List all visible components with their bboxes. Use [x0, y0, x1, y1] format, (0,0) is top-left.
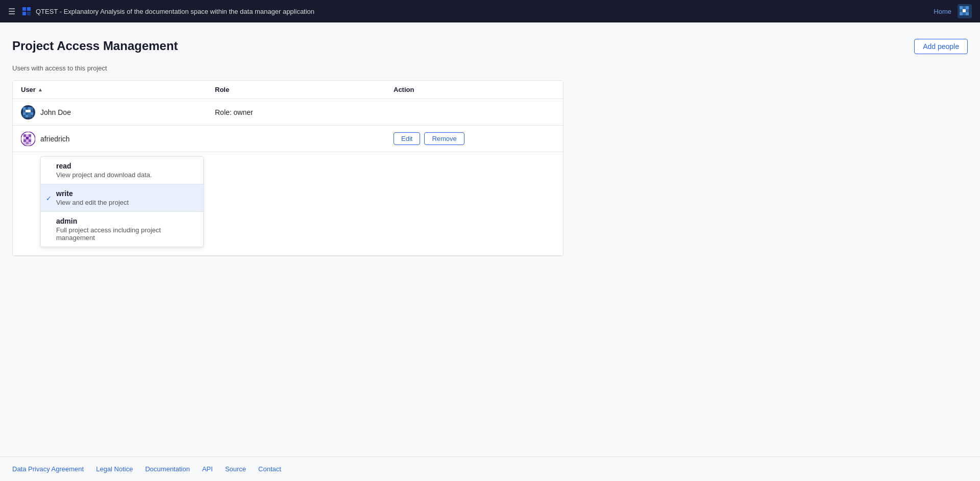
svg-rect-30: [31, 115, 33, 117]
user-column-header: User ▲: [21, 86, 215, 93]
role-column-header: Role: [215, 86, 394, 93]
svg-rect-32: [23, 134, 26, 137]
svg-rect-22: [31, 110, 33, 112]
edit-button[interactable]: Edit: [394, 132, 420, 145]
svg-rect-9: [963, 9, 966, 12]
read-desc: View project and download data.: [56, 171, 196, 179]
svg-rect-8: [960, 9, 963, 12]
page-subtitle: Users with access to this project: [12, 64, 968, 72]
svg-rect-23: [23, 112, 26, 115]
svg-rect-29: [28, 115, 31, 117]
user-cell: afriedrich: [21, 132, 215, 146]
navbar-title: QTEST - Explanatory Analysis of the docu…: [36, 8, 314, 15]
john-doe-name: John Doe: [40, 108, 71, 116]
svg-rect-10: [966, 9, 969, 12]
user-avatar-icon[interactable]: [958, 4, 972, 18]
dropdown-item-write[interactable]: ✓ write View and edit the project: [41, 184, 203, 211]
users-table: User ▲ Role Action: [12, 80, 564, 256]
svg-rect-1: [27, 7, 31, 11]
footer: Data Privacy Agreement Legal Notice Docu…: [0, 456, 980, 481]
svg-rect-19: [23, 110, 26, 112]
write-label: write: [56, 189, 196, 198]
svg-rect-2: [22, 12, 26, 15]
table-row: afriedrich Edit Remove: [13, 126, 563, 152]
sort-arrow-icon[interactable]: ▲: [38, 87, 43, 92]
home-link[interactable]: Home: [934, 8, 951, 15]
svg-rect-40: [29, 139, 31, 142]
svg-rect-17: [28, 107, 31, 110]
admin-desc: Full project access including project ma…: [56, 226, 196, 242]
navbar-right: Home: [934, 4, 972, 18]
navbar-left: ☰ QTEST - Explanatory Analysis of the do…: [8, 6, 314, 16]
svg-rect-38: [23, 139, 26, 142]
page-title: Project Access Management: [12, 39, 178, 53]
footer-link-privacy[interactable]: Data Privacy Agreement: [12, 465, 84, 473]
role-dropdown-row: read View project and download data. ✓ w…: [13, 152, 563, 256]
read-label: read: [56, 162, 196, 170]
svg-rect-12: [963, 12, 966, 15]
navbar: ☰ QTEST - Explanatory Analysis of the do…: [0, 0, 980, 22]
svg-rect-34: [29, 134, 31, 137]
svg-rect-35: [23, 137, 26, 139]
svg-rect-24: [26, 112, 28, 115]
user-cell: John Doe: [21, 105, 215, 119]
action-column-header: Action: [394, 86, 555, 93]
svg-rect-25: [28, 112, 31, 115]
footer-link-documentation[interactable]: Documentation: [145, 465, 189, 473]
svg-rect-5: [960, 6, 963, 9]
svg-rect-16: [26, 107, 28, 110]
footer-link-contact[interactable]: Contact: [258, 465, 281, 473]
page-header: Project Access Management Add people: [12, 39, 968, 54]
svg-rect-42: [26, 142, 29, 145]
svg-rect-18: [31, 107, 33, 110]
afriedrich-actions: Edit Remove: [394, 132, 555, 145]
svg-rect-20: [26, 110, 28, 112]
remove-button[interactable]: Remove: [424, 132, 464, 145]
footer-link-api[interactable]: API: [202, 465, 213, 473]
svg-rect-41: [23, 142, 26, 145]
write-desc: View and edit the project: [56, 199, 196, 206]
john-doe-avatar: [21, 105, 35, 119]
svg-rect-26: [31, 112, 33, 115]
svg-rect-15: [23, 107, 26, 110]
svg-rect-33: [26, 134, 29, 137]
user-header-label: User: [21, 86, 36, 93]
dropdown-item-read[interactable]: read View project and download data.: [41, 157, 203, 184]
svg-rect-13: [966, 12, 969, 15]
svg-rect-27: [23, 115, 26, 117]
svg-rect-0: [22, 7, 26, 11]
svg-rect-3: [27, 12, 31, 15]
john-doe-role: Role: owner: [215, 108, 394, 116]
footer-link-source[interactable]: Source: [225, 465, 246, 473]
footer-link-legal[interactable]: Legal Notice: [96, 465, 133, 473]
add-people-button[interactable]: Add people: [914, 39, 968, 54]
project-icon: [21, 6, 32, 16]
table-header: User ▲ Role Action: [13, 81, 563, 99]
afriedrich-avatar: [21, 132, 35, 146]
svg-rect-28: [26, 115, 28, 117]
svg-rect-43: [29, 142, 31, 145]
svg-rect-7: [966, 6, 969, 9]
afriedrich-name: afriedrich: [40, 135, 70, 143]
svg-rect-6: [963, 6, 966, 9]
table-row: John Doe Role: owner: [13, 99, 563, 126]
svg-rect-36: [26, 137, 29, 139]
admin-label: admin: [56, 217, 196, 225]
svg-rect-39: [26, 139, 29, 142]
svg-rect-37: [29, 137, 31, 139]
hamburger-menu-icon[interactable]: ☰: [8, 7, 15, 16]
dropdown-item-admin[interactable]: admin Full project access including proj…: [41, 211, 203, 247]
navbar-logo: QTEST - Explanatory Analysis of the docu…: [21, 6, 314, 16]
svg-rect-21: [28, 110, 31, 112]
svg-rect-11: [960, 12, 963, 15]
checkmark-icon: ✓: [46, 194, 52, 202]
role-dropdown-menu[interactable]: read View project and download data. ✓ w…: [40, 156, 204, 247]
main-content: Project Access Management Add people Use…: [0, 22, 980, 456]
